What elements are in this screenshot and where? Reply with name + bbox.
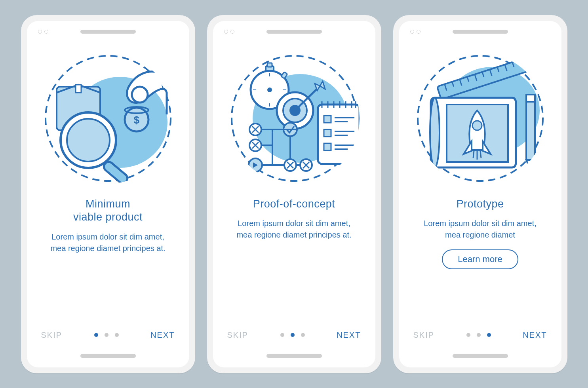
status-bar <box>213 30 375 34</box>
status-dot <box>38 30 42 34</box>
pager-dot[interactable] <box>301 333 305 337</box>
svg-text:$: $ <box>133 114 139 126</box>
prototype-illustration <box>413 51 548 186</box>
svg-rect-43 <box>324 129 331 137</box>
next-button[interactable]: NEXT <box>523 331 547 340</box>
svg-point-66 <box>430 98 440 167</box>
pager <box>280 333 305 337</box>
speaker-icon <box>453 30 508 34</box>
home-indicator-icon <box>453 354 508 358</box>
svg-rect-17 <box>267 63 272 67</box>
svg-point-8 <box>132 87 148 103</box>
status-dots <box>38 30 48 34</box>
next-button[interactable]: NEXT <box>150 331 175 340</box>
footer-nav: SKIP NEXT <box>399 331 561 340</box>
svg-point-19 <box>267 87 272 92</box>
screen-title: Proof-of-concept <box>237 198 351 211</box>
svg-point-68 <box>472 121 482 130</box>
status-dot <box>417 30 421 34</box>
status-dot <box>410 30 414 34</box>
screen-body: Lorem ipsum dolor sit dim amet, mea regi… <box>399 218 561 241</box>
pager-dot[interactable] <box>105 333 108 337</box>
phone-mockup-2: Proof-of-concept Lorem ipsum dolor sit d… <box>207 15 381 373</box>
pager <box>94 333 119 337</box>
poc-illustration <box>227 51 362 186</box>
phone-mockup-3: Prototype Lorem ipsum dolor sit dim amet… <box>393 15 567 373</box>
pager-dot[interactable] <box>115 333 119 337</box>
home-indicator-icon <box>266 354 322 358</box>
status-dot <box>230 30 234 34</box>
svg-line-65 <box>519 59 521 66</box>
screen-3: Prototype Lorem ipsum dolor sit dim amet… <box>399 21 561 367</box>
screen-body: Lorem ipsum dolor sit dim amet, mea regi… <box>27 231 189 254</box>
pager-dot[interactable] <box>94 333 98 337</box>
svg-point-6 <box>67 119 110 162</box>
status-dot <box>44 30 48 34</box>
svg-rect-70 <box>526 95 535 102</box>
blueprint-icon <box>430 98 516 167</box>
svg-rect-4 <box>76 85 81 93</box>
svg-rect-44 <box>324 143 331 150</box>
learn-more-button[interactable]: Learn more <box>442 249 518 269</box>
home-indicator-icon <box>80 354 136 358</box>
speaker-icon <box>266 30 322 34</box>
phone-mockup-1: $ Minimum viable product Lorem ipsum dol… <box>21 15 195 373</box>
pager-dot[interactable] <box>477 333 481 337</box>
status-dots <box>224 30 234 34</box>
pager-dot[interactable] <box>280 333 284 337</box>
pager-dot[interactable] <box>466 333 470 337</box>
checklist-icon <box>318 101 360 164</box>
screen-2: Proof-of-concept Lorem ipsum dolor sit d… <box>213 21 375 367</box>
svg-rect-42 <box>324 116 331 123</box>
status-dots <box>410 30 421 34</box>
status-bar <box>27 30 189 34</box>
pager-dot[interactable] <box>487 333 491 337</box>
status-dot <box>224 30 228 34</box>
pencil-icon <box>526 95 535 170</box>
skip-button[interactable]: SKIP <box>41 331 63 340</box>
pager <box>466 333 491 337</box>
speaker-icon <box>80 30 136 34</box>
screen-1: $ Minimum viable product Lorem ipsum dol… <box>27 21 189 367</box>
screen-title: Prototype <box>440 198 519 211</box>
mvp-illustration: $ <box>41 51 175 186</box>
pager-dot[interactable] <box>291 333 295 337</box>
footer-nav: SKIP NEXT <box>27 331 189 340</box>
status-bar <box>399 30 561 34</box>
next-button[interactable]: NEXT <box>337 331 361 340</box>
svg-rect-69 <box>526 95 535 160</box>
screen-title: Minimum viable product <box>57 198 158 224</box>
footer-nav: SKIP NEXT <box>213 331 375 340</box>
screen-body: Lorem ipsum dolor sit dim amet, mea regi… <box>213 218 375 241</box>
skip-button[interactable]: SKIP <box>413 331 435 340</box>
skip-button[interactable]: SKIP <box>227 331 249 340</box>
